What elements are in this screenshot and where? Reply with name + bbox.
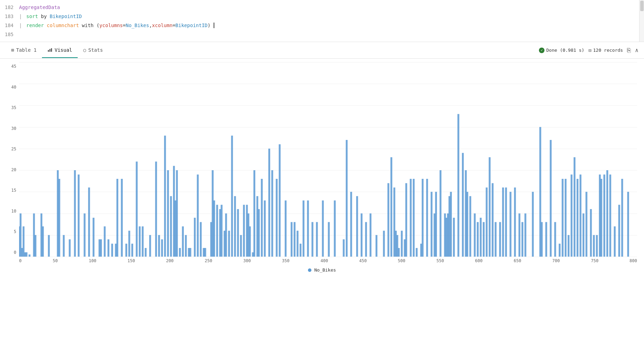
scrollbar[interactable] [639, 0, 644, 42]
legend-label: No_Bikes [314, 267, 336, 273]
svg-rect-49 [179, 248, 181, 257]
svg-rect-20 [78, 175, 79, 257]
svg-rect-48 [176, 170, 178, 257]
svg-rect-175 [606, 170, 608, 257]
copy-button[interactable]: ⎘ [627, 47, 631, 54]
x-label: 750 [591, 258, 599, 263]
line-content: AggregatedData [19, 3, 644, 11]
svg-rect-117 [413, 179, 414, 257]
svg-rect-45 [170, 196, 172, 257]
tab-visual[interactable]: Visual [42, 43, 78, 58]
svg-rect-105 [376, 235, 377, 257]
svg-rect-36 [139, 226, 140, 257]
svg-rect-155 [541, 222, 543, 257]
svg-rect-143 [492, 183, 493, 257]
y-label: 45 [7, 64, 19, 69]
svg-rect-32 [125, 244, 127, 257]
svg-rect-147 [505, 188, 507, 257]
svg-rect-102 [361, 214, 362, 257]
svg-rect-26 [104, 226, 105, 257]
svg-rect-34 [131, 244, 133, 257]
svg-rect-168 [585, 192, 587, 257]
svg-rect-169 [590, 209, 592, 257]
x-label: 150 [127, 258, 135, 263]
svg-rect-158 [554, 222, 556, 257]
svg-rect-66 [225, 214, 227, 257]
code-editor: 182AggregatedData183| sort by BikepointI… [0, 0, 644, 42]
svg-rect-55 [197, 175, 199, 257]
tab-label-table: Table 1 [16, 47, 36, 53]
svg-rect-94 [316, 222, 318, 257]
scrollbar-thumb[interactable] [640, 1, 644, 11]
svg-rect-180 [627, 192, 629, 257]
svg-rect-130 [450, 192, 452, 257]
svg-rect-18 [69, 239, 70, 257]
svg-rect-104 [370, 214, 371, 257]
svg-rect-106 [383, 231, 385, 257]
tab-icon-visual [48, 47, 52, 53]
svg-rect-39 [149, 235, 151, 257]
tab-bar: ⊞Table 1Visual○Stats ✓ Done (0.981 s) ⊟ … [0, 42, 644, 59]
svg-rect-42 [161, 239, 163, 257]
y-label: 5 [7, 229, 19, 234]
x-label: 550 [436, 258, 444, 263]
cursor [211, 23, 214, 28]
svg-rect-68 [231, 136, 233, 257]
svg-rect-67 [228, 231, 230, 257]
svg-rect-103 [365, 222, 367, 257]
svg-rect-116 [410, 179, 412, 257]
collapse-button[interactable]: ∧ [635, 47, 638, 53]
svg-rect-138 [477, 222, 479, 257]
x-label: 100 [89, 258, 96, 263]
svg-rect-33 [128, 231, 130, 257]
svg-rect-165 [577, 179, 578, 257]
svg-rect-83 [271, 170, 273, 257]
tab-stats[interactable]: ○Stats [78, 43, 109, 58]
svg-rect-151 [522, 222, 523, 257]
svg-rect-58 [204, 248, 206, 257]
svg-rect-161 [565, 179, 566, 257]
tab-label-stats: Stats [88, 47, 103, 53]
svg-rect-89 [297, 231, 298, 257]
done-label: Done (0.981 s) [546, 48, 584, 53]
status-bar-right: ✓ Done (0.981 s) ⊟ 120 records ⎘ ∧ [539, 47, 638, 54]
code-line-183: 183| sort by BikepointID [0, 12, 644, 21]
grid-line [19, 257, 637, 257]
code-line-184: 184| render columnchart with (ycolumns=N… [0, 21, 644, 30]
svg-rect-37 [142, 226, 144, 257]
svg-rect-19 [74, 170, 76, 257]
svg-rect-124 [435, 192, 437, 257]
tab-icon-table: ⊞ [11, 47, 14, 53]
svg-rect-100 [350, 192, 352, 257]
records-badge: ⊟ 120 records [589, 48, 623, 53]
svg-rect-38 [145, 248, 146, 257]
svg-rect-144 [495, 222, 496, 257]
svg-rect-22 [88, 188, 90, 257]
svg-rect-166 [579, 175, 581, 257]
svg-rect-139 [480, 218, 481, 257]
svg-rect-9 [28, 255, 30, 257]
svg-rect-170 [593, 235, 595, 257]
y-label: 25 [7, 147, 19, 151]
svg-rect-2 [51, 48, 52, 52]
chart-wrapper: 051015202530354045 [7, 62, 637, 257]
svg-rect-125 [440, 170, 441, 257]
x-label: 600 [475, 258, 483, 263]
svg-rect-98 [343, 239, 344, 257]
records-icon: ⊟ [589, 48, 591, 53]
svg-rect-91 [302, 200, 304, 257]
x-label: 500 [398, 258, 405, 263]
svg-rect-167 [583, 214, 584, 257]
svg-rect-51 [185, 235, 187, 257]
svg-rect-132 [457, 114, 459, 257]
svg-rect-77 [254, 170, 255, 257]
y-label: 35 [7, 105, 19, 110]
svg-rect-137 [474, 214, 475, 257]
svg-rect-99 [346, 140, 347, 257]
svg-rect-179 [621, 179, 623, 257]
svg-rect-72 [243, 205, 245, 257]
svg-rect-75 [249, 226, 251, 257]
svg-rect-157 [550, 140, 551, 257]
svg-rect-53 [189, 248, 191, 257]
tab-table[interactable]: ⊞Table 1 [6, 43, 42, 58]
